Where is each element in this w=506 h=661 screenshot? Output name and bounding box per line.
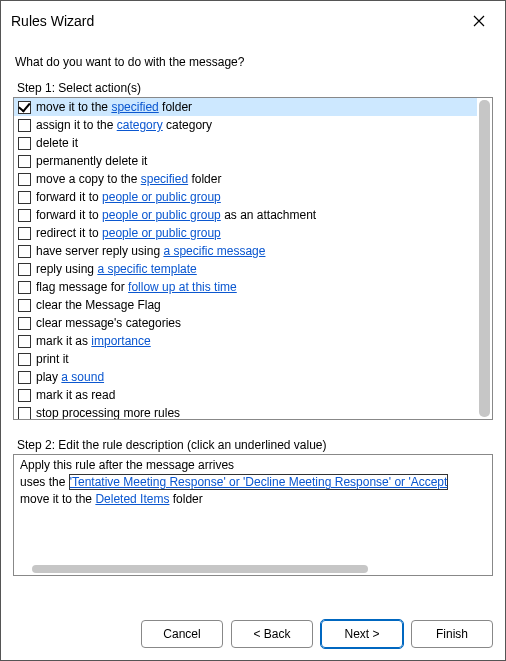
action-label: permanently delete it [36, 152, 147, 170]
action-row[interactable]: forward it to people or public group as … [14, 206, 477, 224]
action-checkbox[interactable] [18, 101, 31, 114]
action-row[interactable]: play a sound [14, 368, 477, 386]
action-label: move a copy to the specified folder [36, 170, 221, 188]
action-row[interactable]: reply using a specific template [14, 260, 477, 278]
action-row[interactable]: flag message for follow up at this time [14, 278, 477, 296]
action-row[interactable]: clear message's categories [14, 314, 477, 332]
desc-line-2: uses the 'Tentative Meeting Response' or… [20, 474, 486, 491]
action-checkbox[interactable] [18, 209, 31, 222]
action-label: reply using a specific template [36, 260, 197, 278]
action-label: mark it as importance [36, 332, 151, 350]
action-link[interactable]: a specific template [97, 262, 196, 276]
action-row[interactable]: move a copy to the specified folder [14, 170, 477, 188]
action-label: play a sound [36, 368, 104, 386]
action-label: forward it to people or public group [36, 188, 221, 206]
description-container: Apply this rule after the message arrive… [13, 454, 493, 576]
description-hscrollbar[interactable] [32, 565, 480, 573]
action-row[interactable]: print it [14, 350, 477, 368]
action-label: stop processing more rules [36, 404, 180, 419]
action-link[interactable]: specified [111, 100, 158, 114]
wizard-content: What do you want to do with the message?… [1, 41, 505, 608]
description-hscroll-thumb[interactable] [32, 565, 368, 573]
rules-wizard-window: Rules Wizard What do you want to do with… [0, 0, 506, 661]
action-link[interactable]: a specific message [163, 244, 265, 258]
action-label: redirect it to people or public group [36, 224, 221, 242]
button-bar: Cancel < Back Next > Finish [1, 608, 505, 660]
actions-scrollbar[interactable] [479, 100, 490, 417]
action-row[interactable]: permanently delete it [14, 152, 477, 170]
desc-folder-link[interactable]: Deleted Items [95, 492, 169, 506]
window-title: Rules Wizard [11, 13, 94, 29]
action-row[interactable]: move it to the specified folder [14, 98, 477, 116]
action-row[interactable]: assign it to the category category [14, 116, 477, 134]
action-checkbox[interactable] [18, 371, 31, 384]
action-row[interactable]: forward it to people or public group [14, 188, 477, 206]
action-checkbox[interactable] [18, 119, 31, 132]
action-link[interactable]: importance [91, 334, 150, 348]
actions-list-container: move it to the specified folderassign it… [13, 97, 493, 420]
description-body[interactable]: Apply this rule after the message arrive… [14, 455, 492, 563]
action-row[interactable]: stop processing more rules [14, 404, 477, 419]
action-link[interactable]: a sound [61, 370, 104, 384]
action-row[interactable]: mark it as importance [14, 332, 477, 350]
title-bar: Rules Wizard [1, 1, 505, 41]
action-row[interactable]: mark it as read [14, 386, 477, 404]
action-label: move it to the specified folder [36, 98, 192, 116]
back-button[interactable]: < Back [231, 620, 313, 648]
action-label: clear the Message Flag [36, 296, 161, 314]
cancel-button[interactable]: Cancel [141, 620, 223, 648]
action-checkbox[interactable] [18, 227, 31, 240]
action-link[interactable]: people or public group [102, 208, 221, 222]
action-label: mark it as read [36, 386, 115, 404]
action-checkbox[interactable] [18, 155, 31, 168]
action-checkbox[interactable] [18, 173, 31, 186]
action-checkbox[interactable] [18, 245, 31, 258]
action-row[interactable]: clear the Message Flag [14, 296, 477, 314]
actions-scroll-thumb[interactable] [479, 100, 490, 417]
action-label: print it [36, 350, 69, 368]
action-checkbox[interactable] [18, 137, 31, 150]
action-link[interactable]: people or public group [102, 226, 221, 240]
action-checkbox[interactable] [18, 299, 31, 312]
action-label: assign it to the category category [36, 116, 212, 134]
step2-label: Step 2: Edit the rule description (click… [17, 438, 493, 452]
wizard-question: What do you want to do with the message? [15, 55, 493, 69]
action-label: forward it to people or public group as … [36, 206, 316, 224]
action-checkbox[interactable] [18, 317, 31, 330]
action-checkbox[interactable] [18, 353, 31, 366]
action-checkbox[interactable] [18, 281, 31, 294]
close-button[interactable] [463, 9, 495, 33]
desc-line-1: Apply this rule after the message arrive… [20, 457, 486, 474]
action-link[interactable]: category [117, 118, 163, 132]
action-checkbox[interactable] [18, 335, 31, 348]
action-link[interactable]: people or public group [102, 190, 221, 204]
action-checkbox[interactable] [18, 389, 31, 402]
step1-label: Step 1: Select action(s) [17, 81, 493, 95]
finish-button[interactable]: Finish [411, 620, 493, 648]
action-row[interactable]: have server reply using a specific messa… [14, 242, 477, 260]
action-row[interactable]: delete it [14, 134, 477, 152]
action-checkbox[interactable] [18, 191, 31, 204]
desc-line-3: move it to the Deleted Items folder [20, 491, 486, 508]
action-link[interactable]: follow up at this time [128, 280, 237, 294]
desc-form-link[interactable]: 'Tentative Meeting Response' or 'Decline… [69, 474, 449, 490]
action-row[interactable]: redirect it to people or public group [14, 224, 477, 242]
action-checkbox[interactable] [18, 407, 31, 420]
close-icon [473, 15, 485, 27]
action-label: clear message's categories [36, 314, 181, 332]
actions-list[interactable]: move it to the specified folderassign it… [14, 98, 477, 419]
action-label: flag message for follow up at this time [36, 278, 237, 296]
action-link[interactable]: specified [141, 172, 188, 186]
action-label: have server reply using a specific messa… [36, 242, 265, 260]
action-label: delete it [36, 134, 78, 152]
action-checkbox[interactable] [18, 263, 31, 276]
next-button[interactable]: Next > [321, 620, 403, 648]
